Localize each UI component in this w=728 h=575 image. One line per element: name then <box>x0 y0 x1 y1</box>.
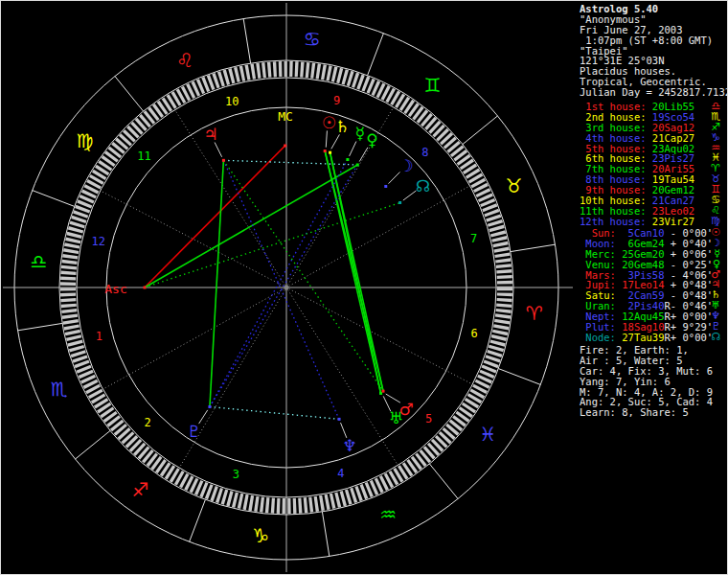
planet-glyph-mercury: ☿ <box>355 124 365 143</box>
sign-glyph-virgo: ♍ <box>76 129 93 152</box>
planet-glyph-jupiter: ♃ <box>203 125 217 144</box>
sign-glyph-cancer: ♋ <box>304 28 321 51</box>
planet-dot-mars <box>382 390 385 393</box>
planet-position-value: 27Tau39 <box>616 332 665 343</box>
house-list: 1st house: 20Lib55♎ 2nd house: 19Sco54♏ … <box>580 102 727 227</box>
aspect-line-mercury-pluto <box>210 160 348 407</box>
planet-pointer-line <box>326 130 327 147</box>
aspect-line-jupiter-neptune <box>223 160 339 419</box>
sign-boundary <box>429 464 458 498</box>
house-label: 12th house: <box>580 216 647 227</box>
planet-velocity: + 0°00' <box>671 332 713 343</box>
stats-line: Learn: 8, Share: 5 <box>580 407 727 418</box>
aspect-line-asc-mc <box>145 146 285 288</box>
midheaven-label: MC <box>278 109 293 124</box>
planet-dot-moon <box>384 185 387 188</box>
chart-header: Astrolog 5.40"Anonymous"Fri June 27, 200… <box>580 4 727 98</box>
planet-dot-sun <box>324 150 327 152</box>
sign-glyph-libra: ♎ <box>30 250 47 273</box>
ascendant-dot <box>144 287 147 289</box>
sign-glyph-pisces: ♓ <box>480 423 497 446</box>
sign-glyph-capricorn: ♑ <box>252 524 269 547</box>
house-row: 12th house: 23Vir27♍ <box>580 217 727 227</box>
house-number: 4 <box>337 467 344 480</box>
planet-glyph-node: ☊ <box>416 176 430 196</box>
sign-boundary <box>368 34 384 76</box>
planet-list: Sun: 5Can10 - 0°00'☉ Moon: 6Gem24 + 0°40… <box>580 228 727 343</box>
sign-boundary <box>498 369 540 385</box>
ascendant-label: Asc <box>104 282 126 296</box>
aspect-line-asc-venus <box>145 165 357 288</box>
sign-glyph-aries: ♈ <box>526 302 543 325</box>
house-cusp-line <box>101 191 284 287</box>
aspect-line-saturn-uranus <box>330 152 381 393</box>
house-number: 11 <box>137 150 150 163</box>
sign-boundary <box>115 77 144 111</box>
chart-wheel: ♈♉♊♋♌♍♎♏♐♑♒♓123456789101112☊☽♀☿♄☉♃♇♆♅♂As… <box>1 1 576 574</box>
sign-glyph-leo: ♌ <box>176 49 193 72</box>
planet-glyph-sun: ☉ <box>322 113 336 132</box>
sign-boundary <box>511 244 555 251</box>
astrolog-window: ♈♉♊♋♌♍♎♏♐♑♒♓123456789101112☊☽♀☿♄☉♃♇♆♅♂As… <box>0 0 728 575</box>
midheaven-dot <box>284 145 286 148</box>
header-line: 1:07pm (ST +8:00 GMT) <box>580 35 727 46</box>
planet-dot-venus <box>356 163 359 166</box>
aspect-line-pluto-neptune <box>210 406 339 419</box>
house-cusp-value: 23Vir27 <box>647 216 695 227</box>
house-cusp-line <box>179 290 284 469</box>
house-number: 3 <box>233 468 239 481</box>
house-number: 9 <box>333 94 340 107</box>
planet-glyph-pluto: ♇ <box>187 422 201 441</box>
house-number: 8 <box>421 146 428 159</box>
planet-dot-saturn <box>329 151 331 154</box>
house-number: 10 <box>225 95 239 108</box>
planet-label: Node: <box>580 332 616 343</box>
house-number: 5 <box>425 412 432 426</box>
house-cusp-line <box>289 186 470 287</box>
house-cusp-line <box>102 288 284 389</box>
header-line: Julian Day = 2452817.7132 <box>580 87 727 98</box>
aspect-line-venus-pluto <box>210 165 357 406</box>
planet-glyph-venus: ♀ <box>366 130 377 150</box>
planet-pointer-line <box>331 134 340 149</box>
planet-dot-neptune <box>338 418 341 421</box>
planet-glyph-mars: ♂ <box>399 400 414 419</box>
planet-glyph-saturn: ♄ <box>335 117 350 136</box>
planet-pointer-line <box>215 143 222 157</box>
house-number: 1 <box>96 330 102 343</box>
sign-glyph-aquarius: ♒ <box>379 503 397 526</box>
planet-pointer-line <box>350 142 356 156</box>
sign-boundary <box>463 116 497 145</box>
house-number: 2 <box>144 416 150 429</box>
house-number: 12 <box>92 235 105 248</box>
sign-boundary <box>190 499 206 541</box>
stats-line: Yang: 7, Yin: 6 <box>580 377 727 387</box>
sign-boundary <box>18 323 62 330</box>
sign-boundary <box>33 191 75 207</box>
aspect-line-jupiter-mars <box>223 160 383 391</box>
stats-list: Fire: 2, Earth: 1,Air : 5, Water: 5Car: … <box>580 345 727 418</box>
sign-glyph-taurus: ♉ <box>505 174 522 197</box>
sign-boundary <box>243 19 250 63</box>
planet-row: Node: 27Tau39R+ 0°00'☊ <box>580 333 727 343</box>
sign-boundary <box>322 512 329 556</box>
sign-glyph-gemini: ♊ <box>424 74 442 97</box>
planet-glyph-neptune: ♆ <box>343 436 357 455</box>
info-panel: Astrolog 5.40"Anonymous"Fri June 27, 200… <box>576 1 727 574</box>
house-number: 7 <box>470 232 477 245</box>
planet-glyph-moon: ☽ <box>398 156 413 175</box>
house-cusp-line <box>175 110 285 286</box>
planet-dot-mercury <box>346 158 349 161</box>
aspect-line-jupiter-pluto <box>210 160 223 406</box>
sign-glyph-scorpio: ♏ <box>51 378 68 401</box>
aspect-line-jupiter-venus <box>223 160 357 165</box>
planet-dot-pluto <box>208 405 211 408</box>
planet-dot-node <box>398 201 401 204</box>
planet-dot-jupiter <box>222 159 225 162</box>
aspect-line-asc-node <box>145 202 400 288</box>
sign-glyph-sagittarius: ♐ <box>132 478 149 501</box>
planet-pointer-line <box>403 191 417 200</box>
sign-boundary <box>76 430 110 459</box>
planet-icon: ☊ <box>711 333 720 343</box>
house-number: 6 <box>471 327 478 340</box>
